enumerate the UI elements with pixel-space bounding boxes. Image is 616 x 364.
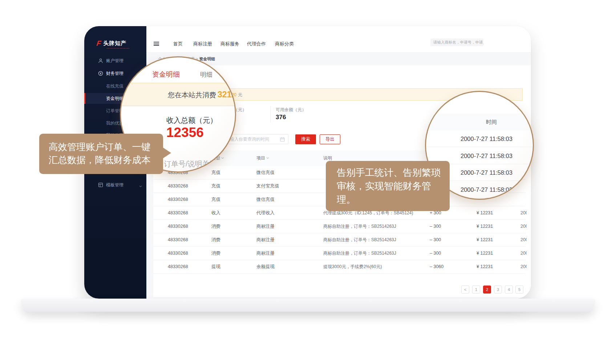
table-row: 48330268 消费 商标注册 商标自助注册，订单号：SB2514263J –… <box>153 247 526 260</box>
cell-type: 充值 <box>211 179 220 193</box>
lens-tab-secondary: 明细 <box>200 70 212 79</box>
cell-desc: 商标自助注册，订单号：SB2514263J <box>323 247 396 260</box>
lens-income-label: 收入总额（元） <box>166 116 217 125</box>
cell-order-no: 48330268 <box>168 193 188 206</box>
cell-time: 2000-7-27 11:58:03 <box>520 260 527 274</box>
cell-balance: ¥ 12231 <box>477 206 493 220</box>
nav-agent[interactable]: 代理合作 <box>247 41 266 47</box>
cell-project: 代理收入 <box>256 206 275 220</box>
cell-time: 2000-7-27 11:58:03 <box>520 220 527 233</box>
stat3-label: 可用余额（元） <box>276 107 306 113</box>
cell-balance: ¥ 12231 <box>477 247 493 260</box>
stat3-value: 376 <box>276 114 286 121</box>
cell-project: 支付宝充值 <box>256 179 279 193</box>
sort-icon <box>221 157 224 159</box>
brand-logo[interactable]: F 头牌知产 <box>97 39 126 48</box>
cell-type: 提现 <box>211 260 220 274</box>
cell-type: 消费 <box>211 233 220 247</box>
cell-order-no: 48330268 <box>168 247 188 260</box>
user-icon <box>98 58 103 63</box>
cell-order-no: 48330268 <box>168 233 188 247</box>
topbar: 首页 商标注册 商标服务 代理合作 商标分类 请输入商标名，申请号，申请人 <box>146 26 531 53</box>
cell-project: 微信充值 <box>256 166 275 179</box>
breadcrumb-current: 资金明细 <box>199 57 215 61</box>
pagination-page-5[interactable]: 5 <box>515 286 523 294</box>
cell-type: 充值 <box>211 193 220 206</box>
cell-amount: – 300 <box>430 233 441 247</box>
laptop-base <box>21 299 595 312</box>
cell-desc: 商标自助注册，订单号：SB2514263J <box>323 233 396 247</box>
banner-unit: 元 <box>238 92 242 97</box>
cell-balance: ¥ 12231 <box>477 233 493 247</box>
stat-divider <box>270 106 271 122</box>
trademark-search-input[interactable]: 请输入商标名，申请号，申请人 <box>430 39 483 46</box>
cell-project: 余额提现 <box>256 260 275 274</box>
table-row: 48330268 消费 商标注册 商标自助注册，订单号：SB2514263J –… <box>153 220 526 233</box>
date-query-placeholder: 请输入你要查询的时间 <box>226 134 269 144</box>
pagination-page-4[interactable]: 4 <box>505 286 513 294</box>
pagination-page-3[interactable]: 3 <box>494 286 502 294</box>
calendar-icon <box>280 137 285 142</box>
menu-icon[interactable] <box>154 42 159 46</box>
tooltip-right-line1: 告别手工统计、告别繁琐 <box>337 166 450 179</box>
sort-icon <box>266 157 269 159</box>
col-project-sort[interactable]: 项目 <box>256 150 269 166</box>
tooltip-right-line3: 理。 <box>337 193 450 206</box>
cell-project: 商标注册 <box>256 233 275 247</box>
pagination-page-2[interactable]: 2 <box>483 286 491 294</box>
lens-time-header-band: 时间 <box>426 114 534 130</box>
sidebar-item-account[interactable]: 账户管理 <box>84 56 146 66</box>
tooltip-right-line2: 审核，实现智能财务管 <box>337 179 450 193</box>
tooltip-left-line1: 高效管理账户订单、一键 <box>49 140 163 153</box>
sidebar-item-label: 财务管理 <box>106 70 123 77</box>
lens-time-header: 时间 <box>486 114 497 130</box>
page: F 头牌知产 账户管理 财务管理 <box>0 0 616 364</box>
search-button[interactable]: 搜索 <box>295 134 316 144</box>
cell-order-no: 48330268 <box>168 179 188 193</box>
tooltip-left-line2: 汇总数据，降低财务成本 <box>49 153 163 166</box>
sidebar-item-label: 在线充值 <box>106 83 123 89</box>
cell-type: 消费 <box>211 220 220 233</box>
cell-amount: – 3060 <box>430 260 443 274</box>
cell-order-no: 48330268 <box>168 260 188 274</box>
cell-time: 2000-7-27 11:58:03 <box>520 206 527 220</box>
lens-income-value: 12356 <box>166 125 204 140</box>
lens-time-value: 2000-7-27 11:58:03 <box>461 130 512 147</box>
sidebar-item-label: 资金明细 <box>106 96 123 102</box>
nav-home[interactable]: 首页 <box>173 41 183 47</box>
lens-consumption-banner: 您在本站共消费32124元 <box>120 83 236 106</box>
export-button[interactable]: 导出 <box>320 134 340 144</box>
sidebar-item-label: 账户管理 <box>106 58 123 64</box>
table-row: 48330268 提现 余额提现 提现3000元，手续费2%(60元) – 30… <box>153 260 526 274</box>
lens-time-value: 2000-7-27 11:58:03 <box>461 147 512 164</box>
cell-time: 2000-7-27 11:58:03 <box>520 233 527 247</box>
tooltip-right: 告别手工统计、告别繁琐 审核，实现智能财务管 理。 <box>326 161 450 211</box>
sidebar-item-label: 模板管理 <box>106 182 123 188</box>
cell-balance: ¥ 12231 <box>477 220 493 233</box>
cell-project: 商标注册 <box>256 220 275 233</box>
cell-order-no: 48330268 <box>168 206 188 220</box>
cell-type: 充值 <box>211 166 220 179</box>
chevron-down-icon <box>139 59 142 62</box>
template-icon <box>98 182 103 187</box>
lens-time-value: 2000-7-27 11:58:03 <box>461 164 512 181</box>
cell-type: 消费 <box>211 247 220 260</box>
sidebar-item-template[interactable]: 模板管理 <box>84 180 146 190</box>
brand-logo-title: 头牌知产 <box>103 40 126 47</box>
cell-project: 微信充值 <box>256 193 275 206</box>
lens-tab-funds-detail: 资金明细 <box>152 70 180 79</box>
chevron-down-icon <box>139 183 142 187</box>
nav-register[interactable]: 商标注册 <box>193 41 212 47</box>
brand-logo-subtext <box>107 48 129 49</box>
nav-category[interactable]: 商标分类 <box>275 41 294 47</box>
tooltip-left: 高效管理账户订单、一键 汇总数据，降低财务成本 <box>39 134 163 174</box>
pagination-prev[interactable]: < <box>461 286 469 294</box>
cell-order-no: 48330268 <box>168 220 188 233</box>
cell-type: 收入 <box>211 206 220 220</box>
cell-amount: – 300 <box>430 220 441 233</box>
cell-amount: – 300 <box>430 247 441 260</box>
tooltip-arrow-icon <box>162 147 171 159</box>
pagination-page-1[interactable]: 1 <box>472 286 480 294</box>
finance-icon <box>98 71 103 76</box>
nav-service[interactable]: 商标服务 <box>220 41 239 47</box>
